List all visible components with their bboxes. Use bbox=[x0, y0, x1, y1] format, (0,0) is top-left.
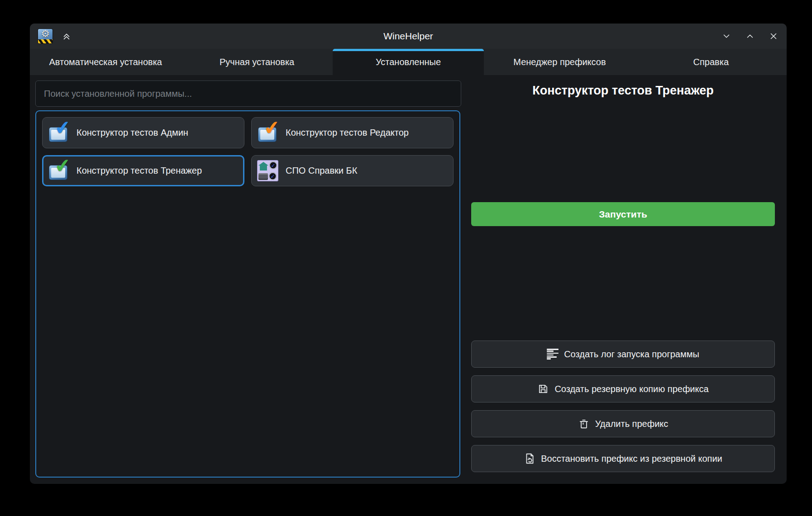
delete-prefix-button[interactable]: Удалить префикс bbox=[471, 410, 775, 437]
tab-auto-install[interactable]: Автоматическая установка bbox=[30, 49, 181, 75]
badge-check-top: ✓ bbox=[269, 161, 277, 169]
selected-program-title: Конструктор тестов Тренажер bbox=[471, 84, 775, 98]
tab-installed[interactable]: Установленные bbox=[333, 49, 484, 75]
house-badges-icon: ✓ ✓ bbox=[257, 160, 278, 181]
action-label: Создать резервную копию префикса bbox=[554, 384, 708, 394]
titlebar-left: ⚙ bbox=[38, 29, 72, 43]
checkbox-orange-icon: ✔ bbox=[257, 122, 278, 143]
program-label: СПО Справки БК bbox=[286, 166, 357, 176]
tab-label: Автоматическая установка bbox=[49, 57, 162, 67]
create-log-button[interactable]: Создать лог запуска программы bbox=[471, 341, 775, 368]
window-title: WineHelper bbox=[30, 31, 787, 42]
program-list: ✔ Конструктор тестов Админ ✔ Конструктор… bbox=[35, 110, 460, 478]
program-item-admin[interactable]: ✔ Конструктор тестов Админ bbox=[42, 117, 244, 148]
log-lines-icon bbox=[547, 349, 559, 360]
checkbox-blue-icon: ✔ bbox=[48, 122, 69, 143]
program-label: Конструктор тестов Админ bbox=[76, 128, 188, 138]
program-item-editor[interactable]: ✔ Конструктор тестов Редактор bbox=[251, 117, 454, 148]
tab-label: Менеджер префиксов bbox=[513, 57, 606, 67]
program-label: Конструктор тестов Редактор bbox=[286, 128, 409, 138]
tab-label: Ручная установка bbox=[220, 57, 294, 67]
app-icon: ⚙ bbox=[38, 29, 53, 43]
double-chevron-up-icon[interactable] bbox=[62, 31, 72, 41]
action-label: Восстановить префикс из резервной копии bbox=[541, 454, 722, 464]
checkmark: ✔ bbox=[54, 156, 72, 176]
program-item-spo-spravki[interactable]: ✓ ✓ СПО Справки БК bbox=[251, 155, 454, 186]
tab-manual-install[interactable]: Ручная установка bbox=[181, 49, 332, 75]
prefix-actions: Создать лог запуска программы Создать ре… bbox=[471, 341, 775, 472]
tab-label: Справка bbox=[693, 57, 729, 67]
tab-prefix-manager[interactable]: Менеджер префиксов bbox=[484, 49, 635, 75]
action-label: Создать лог запуска программы bbox=[564, 349, 699, 360]
program-item-trainer[interactable]: ✔ Конструктор тестов Тренажер bbox=[42, 155, 244, 186]
program-label: Конструктор тестов Тренажер bbox=[76, 166, 202, 176]
window-controls bbox=[721, 31, 779, 41]
dark-blob bbox=[258, 173, 268, 180]
save-floppy-icon bbox=[537, 383, 549, 395]
hazard-stripes bbox=[38, 39, 53, 43]
checkmark: ✔ bbox=[263, 118, 281, 138]
tab-label: Установленные bbox=[376, 57, 441, 67]
close-icon[interactable] bbox=[769, 31, 779, 41]
tab-help[interactable]: Справка bbox=[635, 49, 787, 75]
trash-icon bbox=[578, 418, 590, 430]
minimize-chevron-down-icon[interactable] bbox=[721, 31, 731, 41]
gear-icon: ⚙ bbox=[38, 29, 53, 40]
house-shape bbox=[258, 162, 268, 170]
maximize-chevron-up-icon[interactable] bbox=[745, 31, 755, 41]
checkbox-green-icon: ✔ bbox=[48, 160, 69, 181]
restore-prefix-button[interactable]: Восстановить префикс из резервной копии bbox=[471, 445, 775, 472]
titlebar[interactable]: ⚙ WineHelper bbox=[30, 24, 787, 49]
app-window: ⚙ WineHelper Автоматическая установка bbox=[30, 24, 787, 484]
active-tab-accent bbox=[333, 49, 484, 51]
badge-check-bottom: ✓ bbox=[269, 172, 277, 180]
checkmark: ✔ bbox=[54, 118, 72, 138]
action-label: Удалить префикс bbox=[595, 419, 669, 429]
backup-prefix-button[interactable]: Создать резервную копию префикса bbox=[471, 375, 775, 402]
tabbar: Автоматическая установка Ручная установк… bbox=[30, 49, 787, 75]
restore-document-icon bbox=[524, 453, 535, 464]
run-button[interactable]: Запустить bbox=[471, 202, 775, 226]
search-input[interactable] bbox=[35, 80, 461, 107]
